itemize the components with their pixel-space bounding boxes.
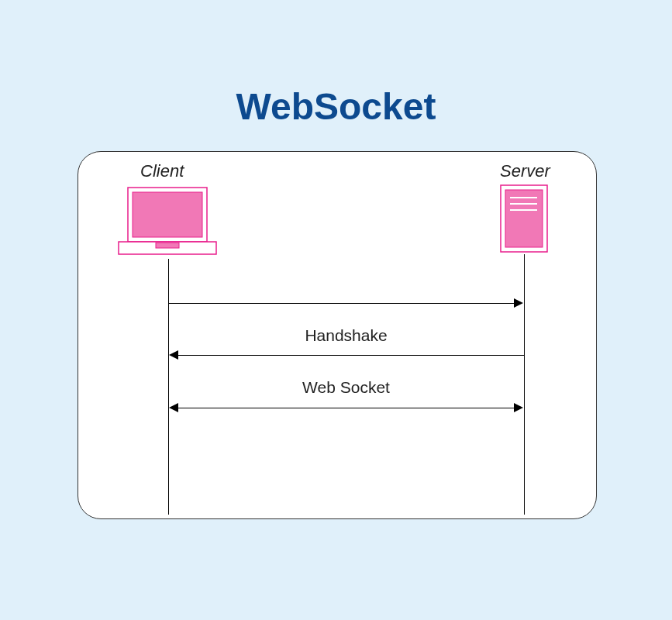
diagram-panel: Client Server Handshake W (78, 151, 597, 519)
arrow-handshake (177, 355, 524, 356)
svg-rect-1 (133, 192, 202, 237)
client-label: Client (140, 161, 184, 181)
arrowhead-ws-left (169, 403, 178, 412)
server-label: Server (500, 161, 550, 181)
server-icon (500, 184, 548, 257)
arrowhead-request (514, 298, 523, 308)
websocket-label: Web Socket (168, 378, 524, 397)
arrow-websocket (177, 408, 515, 408)
svg-rect-5 (505, 190, 543, 247)
handshake-label: Handshake (168, 326, 524, 345)
arrow-request (169, 303, 515, 304)
server-lifeline (524, 254, 525, 515)
diagram-title: WebSocket (0, 85, 672, 128)
arrowhead-ws-right (514, 403, 523, 412)
laptop-icon (117, 186, 218, 263)
svg-rect-3 (156, 243, 179, 248)
arrowhead-handshake (169, 350, 178, 360)
